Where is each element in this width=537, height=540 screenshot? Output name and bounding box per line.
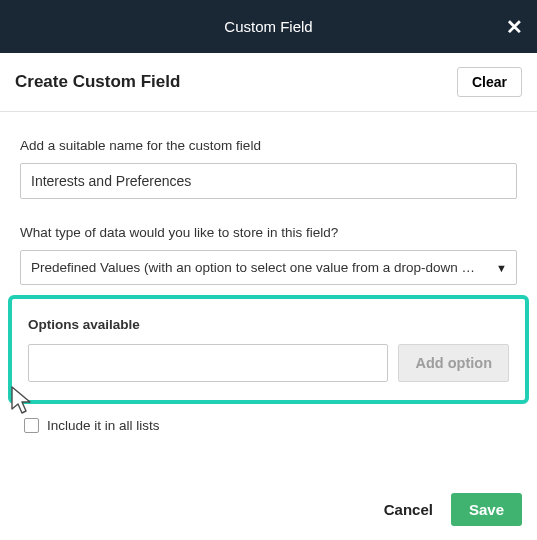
include-all-checkbox[interactable] [24,418,39,433]
modal-title: Custom Field [224,18,312,35]
save-button[interactable]: Save [451,493,522,526]
close-icon[interactable]: ✕ [506,15,523,39]
footer-actions: Cancel Save [380,493,522,526]
field-name-group: Add a suitable name for the custom field [20,138,517,199]
form-body: Add a suitable name for the custom field… [0,112,537,433]
field-name-input[interactable] [20,163,517,199]
include-all-row: Include it in all lists [20,418,517,433]
modal-titlebar: Custom Field ✕ [0,0,537,53]
field-name-label: Add a suitable name for the custom field [20,138,517,153]
cancel-button[interactable]: Cancel [380,495,437,524]
field-type-group: What type of data would you like to stor… [20,225,517,285]
options-row: Add option [28,344,509,382]
cursor-arrow-icon [6,385,38,419]
include-all-label: Include it in all lists [47,418,160,433]
field-type-label: What type of data would you like to stor… [20,225,517,240]
field-type-selected: Predefined Values (with an option to sel… [20,250,517,285]
field-type-select[interactable]: Predefined Values (with an option to sel… [20,250,517,285]
add-option-button[interactable]: Add option [398,344,509,382]
clear-button[interactable]: Clear [457,67,522,97]
options-available-label: Options available [28,317,509,332]
page-title: Create Custom Field [15,72,180,92]
option-value-input[interactable] [28,344,388,382]
subheader: Create Custom Field Clear [0,53,537,112]
options-highlight-box: Options available Add option [8,295,529,404]
